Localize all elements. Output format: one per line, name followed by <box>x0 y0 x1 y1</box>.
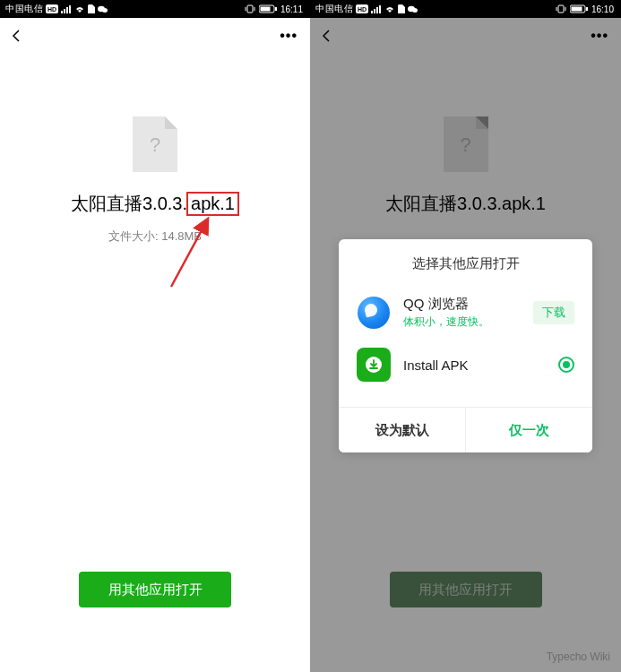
carrier-text: 中国电信 <box>5 3 43 15</box>
unknown-file-icon: ? <box>133 116 177 172</box>
vibrate-icon <box>556 4 566 13</box>
svg-rect-3 <box>64 9 65 13</box>
svg-rect-27 <box>571 7 582 12</box>
svg-rect-20 <box>379 5 381 13</box>
open-with-other-app-button[interactable]: 用其他应用打开 <box>79 572 231 607</box>
nav-bar: ••• <box>0 18 310 54</box>
file-name: 太阳直播3.0.3.apk.1 <box>71 192 239 216</box>
filename-part1: 太阳直播3.0.3. <box>71 192 187 216</box>
wechat-icon <box>408 5 418 13</box>
file-info-area: ? 太阳直播3.0.3.apk.1 文件大小: 14.8MB <box>0 116 310 245</box>
hd-icon: HD <box>356 4 368 13</box>
filename-highlighted-extension: apk.1 <box>186 192 239 216</box>
svg-point-22 <box>412 8 418 13</box>
carrier-text: 中国电信 <box>315 3 353 15</box>
app-option-install-apk[interactable]: Install APK <box>339 339 592 391</box>
svg-rect-23 <box>558 5 564 13</box>
signal-icon <box>371 4 382 13</box>
wifi-icon <box>384 4 395 13</box>
sim-icon <box>88 4 95 13</box>
left-screenshot: 中国电信 HD <box>0 0 310 672</box>
right-screenshot: 中国电信 HD <box>310 0 621 672</box>
radio-selected-icon <box>558 357 574 373</box>
wifi-icon <box>74 4 85 13</box>
open-with-sheet: 选择其他应用打开 QQ 浏览器 体积小，速度快。 下载 Install APK <box>339 239 592 452</box>
sim-icon <box>398 4 405 13</box>
svg-rect-4 <box>66 7 68 13</box>
svg-text:HD: HD <box>47 6 56 13</box>
sheet-footer: 设为默认 仅一次 <box>339 407 592 452</box>
back-icon[interactable] <box>9 29 23 43</box>
wechat-icon <box>98 5 108 13</box>
qq-browser-icon <box>357 296 391 330</box>
svg-rect-19 <box>376 7 378 13</box>
svg-rect-13 <box>275 7 277 11</box>
install-apk-icon <box>357 348 391 382</box>
svg-text:HD: HD <box>358 6 367 13</box>
svg-rect-8 <box>247 5 253 13</box>
svg-rect-5 <box>69 5 71 13</box>
status-bar: 中国电信 HD <box>0 0 310 18</box>
more-icon[interactable]: ••• <box>280 31 298 40</box>
hd-icon: HD <box>46 4 58 13</box>
svg-rect-17 <box>371 11 373 13</box>
just-once-button[interactable]: 仅一次 <box>466 408 592 452</box>
vibrate-icon <box>245 4 255 13</box>
battery-icon <box>259 4 277 13</box>
app-option-qq-browser[interactable]: QQ 浏览器 体积小，速度快。 下载 <box>339 287 592 339</box>
app-option-title: Install APK <box>403 358 546 373</box>
svg-rect-18 <box>374 9 375 13</box>
battery-icon <box>570 4 588 13</box>
status-time: 16:10 <box>591 4 614 14</box>
svg-rect-28 <box>586 7 588 11</box>
status-bar: 中国电信 HD <box>310 0 621 18</box>
signal-icon <box>61 4 72 13</box>
svg-rect-2 <box>61 11 63 13</box>
app-option-subtitle: 体积小，速度快。 <box>403 314 521 330</box>
status-time: 16:11 <box>280 4 303 14</box>
app-option-title: QQ 浏览器 <box>403 296 521 313</box>
file-size: 文件大小: 14.8MB <box>108 228 202 245</box>
set-default-button[interactable]: 设为默认 <box>339 408 466 452</box>
download-pill[interactable]: 下载 <box>533 301 574 324</box>
svg-point-7 <box>102 8 108 13</box>
sheet-title: 选择其他应用打开 <box>339 239 592 287</box>
svg-rect-12 <box>260 7 270 12</box>
